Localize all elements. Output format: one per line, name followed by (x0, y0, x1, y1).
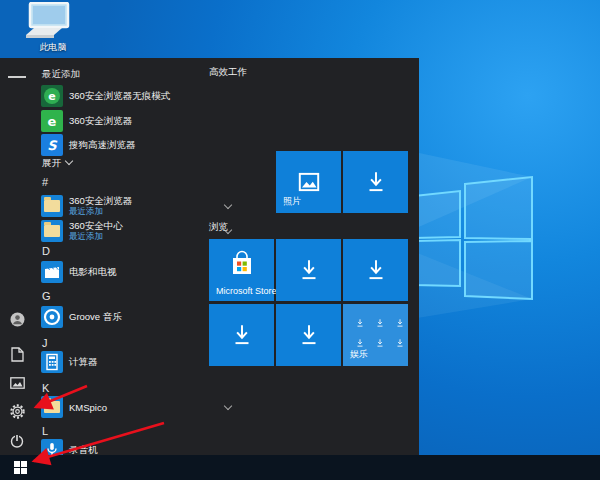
recent-added-header: 最近添加 (42, 68, 80, 81)
letter-k[interactable]: K (42, 382, 49, 394)
download-arrow-icon (343, 151, 408, 213)
tile-download-pending[interactable] (209, 304, 274, 366)
letter-g[interactable]: G (42, 290, 51, 302)
tile-microsoft-store[interactable]: Microsoft Store (209, 239, 274, 301)
settings-gear-icon[interactable] (8, 402, 26, 420)
download-arrows-grid-icon (350, 313, 410, 353)
screen: 此电脑 (0, 0, 600, 480)
this-pc-icon (22, 2, 72, 40)
sogou-browser-icon: S (41, 134, 63, 156)
chevron-down-icon[interactable] (225, 202, 232, 209)
folder-row-360-center[interactable]: 360安全中心 最近添加 (41, 219, 123, 243)
tile-download-pending[interactable] (343, 151, 408, 213)
folder-icon (41, 195, 63, 217)
recent-added-sublabel: 最近添加 (69, 207, 132, 217)
app-row-360-browser[interactable]: e 360安全浏览器 (41, 110, 132, 132)
tile-folder-entertainment[interactable]: 娱乐 (343, 304, 408, 366)
tile-download-pending[interactable] (343, 239, 408, 301)
chevron-down-icon (66, 158, 73, 165)
download-arrow-icon (343, 239, 408, 301)
groove-music-icon (41, 306, 63, 328)
recent-added-sublabel: 最近添加 (69, 232, 123, 242)
letter-hash[interactable]: # (42, 176, 48, 188)
desktop-icon-label: 此电脑 (22, 41, 84, 54)
hamburger-menu-icon[interactable] (8, 68, 26, 86)
folder-icon (41, 396, 63, 418)
desktop-icon-this-pc[interactable]: 此电脑 (22, 2, 84, 54)
360-incognito-browser-icon: e (41, 85, 63, 107)
app-row-calculator[interactable]: 计算器 (41, 351, 98, 373)
chevron-down-icon[interactable] (225, 403, 232, 410)
letter-j[interactable]: J (42, 337, 48, 349)
folder-row-kmspico[interactable]: KMSpico (41, 396, 107, 418)
power-icon[interactable] (8, 432, 26, 450)
folder-row-360-browser[interactable]: 360安全浏览器 最近添加 (41, 194, 132, 218)
app-row-sogou-browser[interactable]: S 搜狗高速浏览器 (41, 134, 136, 156)
documents-icon[interactable] (8, 345, 26, 363)
tile-download-pending[interactable] (276, 304, 341, 366)
start-button[interactable] (0, 455, 40, 480)
start-menu-panel: 最近添加 e 360安全浏览器无痕模式 e 360安全浏览器 S 搜狗高速浏览器… (0, 58, 419, 455)
tile-download-pending[interactable] (276, 239, 341, 301)
app-row-voice-recorder[interactable]: 录音机 (41, 439, 98, 455)
movies-tv-icon (41, 261, 63, 283)
folder-icon (41, 220, 63, 242)
pictures-icon[interactable] (8, 374, 26, 392)
letter-d[interactable]: D (42, 245, 50, 257)
download-arrow-icon (276, 239, 341, 301)
360-browser-icon: e (41, 110, 63, 132)
app-row-movies-tv[interactable]: 电影和电视 (41, 261, 117, 283)
user-avatar-icon[interactable] (8, 310, 26, 328)
app-row-360-incognito[interactable]: e 360安全浏览器无痕模式 (41, 85, 170, 107)
download-arrow-icon (209, 304, 274, 366)
letter-l[interactable]: L (42, 425, 48, 437)
expand-button[interactable]: 展开 (42, 157, 73, 170)
calculator-icon (41, 351, 63, 373)
app-row-groove-music[interactable]: Groove 音乐 (41, 306, 122, 328)
download-arrow-icon (276, 304, 341, 366)
tile-group-header-browse: 浏览 (209, 221, 228, 234)
voice-recorder-icon (41, 439, 63, 455)
tile-group-header-productivity: 高效工作 (209, 66, 247, 79)
start-windows-logo-icon (14, 461, 27, 474)
tile-photos[interactable]: 照片 (276, 151, 341, 213)
taskbar (0, 455, 600, 480)
